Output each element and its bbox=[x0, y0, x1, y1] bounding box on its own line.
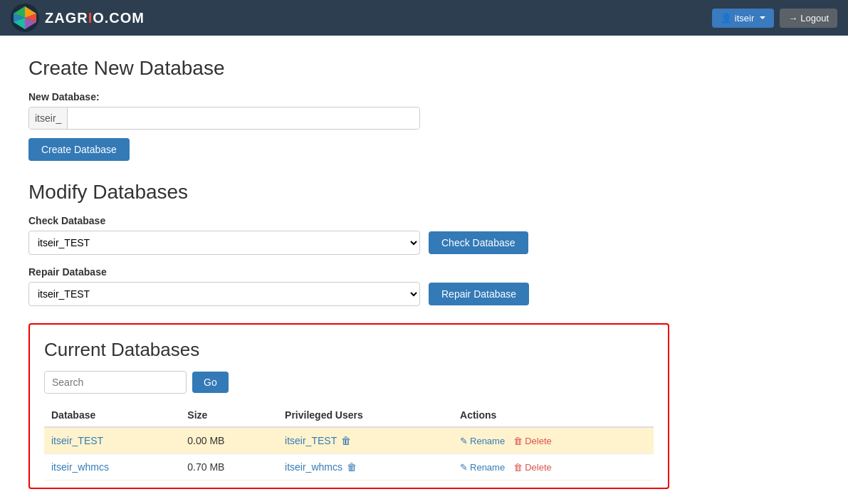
check-db-select[interactable]: itseir_TEST itseir_whmcs bbox=[28, 231, 420, 255]
rename-button-row1[interactable]: ✎ Rename bbox=[460, 462, 505, 473]
db-name-link[interactable]: itseir_TEST bbox=[51, 435, 103, 446]
input-prefix: itseir_ bbox=[29, 107, 68, 129]
brand: ZAGRIO.COM bbox=[11, 4, 145, 32]
current-databases-box: Current Databases Go Database Size Privi… bbox=[28, 323, 669, 489]
col-privileged-users: Privileged Users bbox=[278, 404, 453, 427]
check-database-button[interactable]: Check Database bbox=[429, 231, 528, 254]
current-section-title: Current Databases bbox=[44, 339, 654, 361]
table-row: itseir_whmcs 0.70 MB itseir_whmcs 🗑 ✎ Re… bbox=[44, 454, 654, 481]
new-db-input-group: itseir_ bbox=[28, 107, 420, 130]
table-header: Database Size Privileged Users Actions bbox=[44, 404, 654, 427]
col-database: Database bbox=[44, 404, 180, 427]
check-db-row: itseir_TEST itseir_whmcs Check Database bbox=[28, 231, 669, 255]
check-db-label: Check Database bbox=[28, 215, 669, 226]
user-label: itseir bbox=[735, 13, 754, 23]
delete-user-icon[interactable]: 🗑 bbox=[341, 435, 351, 446]
db-user-link[interactable]: itseir_whmcs bbox=[285, 461, 342, 473]
db-actions-cell: ✎ Rename 🗑 Delete bbox=[453, 454, 654, 481]
modify-databases-section: Modify Databases Check Database itseir_T… bbox=[28, 181, 669, 306]
chevron-down-icon bbox=[760, 16, 765, 19]
search-input[interactable] bbox=[44, 371, 187, 394]
db-name-link[interactable]: itseir_whmcs bbox=[51, 461, 109, 473]
actions-group: ✎ Rename 🗑 Delete bbox=[460, 436, 647, 446]
modify-section-title: Modify Databases bbox=[28, 181, 669, 204]
actions-group: ✎ Rename 🗑 Delete bbox=[460, 462, 647, 473]
col-size: Size bbox=[180, 404, 278, 427]
check-database-group: Check Database itseir_TEST itseir_whmcs … bbox=[28, 215, 669, 255]
table-row: itseir_TEST 0.00 MB itseir_TEST 🗑 ✎ Rena… bbox=[44, 427, 654, 454]
user-icon: 👤 bbox=[721, 13, 732, 23]
db-users-cell: itseir_whmcs 🗑 bbox=[278, 454, 453, 481]
logout-button[interactable]: → Logout bbox=[780, 9, 837, 28]
pencil-icon: ✎ bbox=[460, 462, 468, 473]
logo-icon bbox=[11, 4, 39, 32]
header-row: Database Size Privileged Users Actions bbox=[44, 404, 654, 427]
db-actions-cell: ✎ Rename 🗑 Delete bbox=[453, 427, 654, 454]
trash-icon: 🗑 bbox=[513, 436, 523, 446]
rename-button-row0[interactable]: ✎ Rename bbox=[460, 436, 505, 446]
repair-database-button[interactable]: Repair Database bbox=[429, 283, 529, 305]
create-section-title: Create New Database bbox=[28, 57, 669, 80]
db-user-link[interactable]: itseir_TEST bbox=[285, 435, 337, 446]
search-row: Go bbox=[44, 371, 654, 394]
new-db-input[interactable] bbox=[68, 107, 419, 129]
table-body: itseir_TEST 0.00 MB itseir_TEST 🗑 ✎ Rena… bbox=[44, 427, 654, 481]
db-size-cell: 0.70 MB bbox=[180, 454, 278, 481]
db-size-cell: 0.00 MB bbox=[180, 427, 278, 454]
db-name-cell: itseir_whmcs bbox=[44, 454, 180, 481]
delete-button-row1[interactable]: 🗑 Delete bbox=[513, 462, 552, 473]
navbar: ZAGRIO.COM 👤 itseir → Logout bbox=[0, 0, 848, 36]
col-actions: Actions bbox=[453, 404, 654, 427]
create-database-section: Create New Database New Database: itseir… bbox=[28, 57, 669, 161]
pencil-icon: ✎ bbox=[460, 436, 468, 446]
sign-out-icon: → bbox=[788, 13, 797, 23]
user-menu-button[interactable]: 👤 itseir bbox=[712, 9, 774, 28]
repair-db-select[interactable]: itseir_TEST itseir_whmcs bbox=[28, 282, 420, 306]
site-title: ZAGRIO.COM bbox=[45, 10, 145, 26]
delete-button-row0[interactable]: 🗑 Delete bbox=[513, 436, 552, 446]
trash-icon: 🗑 bbox=[513, 462, 523, 473]
new-db-label: New Database: bbox=[28, 91, 669, 103]
repair-db-row: itseir_TEST itseir_whmcs Repair Database bbox=[28, 282, 669, 306]
title-accent: I bbox=[88, 10, 93, 26]
logout-label: Logout bbox=[800, 13, 829, 23]
main-content: Create New Database New Database: itseir… bbox=[0, 36, 698, 504]
db-name-cell: itseir_TEST bbox=[44, 427, 180, 454]
create-database-button[interactable]: Create Database bbox=[28, 138, 130, 161]
repair-db-label: Repair Database bbox=[28, 266, 669, 278]
delete-user-icon[interactable]: 🗑 bbox=[347, 461, 357, 473]
databases-table: Database Size Privileged Users Actions i… bbox=[44, 404, 654, 481]
navbar-right: 👤 itseir → Logout bbox=[712, 9, 837, 28]
repair-database-group: Repair Database itseir_TEST itseir_whmcs… bbox=[28, 266, 669, 306]
go-button[interactable]: Go bbox=[192, 372, 229, 393]
db-users-cell: itseir_TEST 🗑 bbox=[278, 427, 453, 454]
